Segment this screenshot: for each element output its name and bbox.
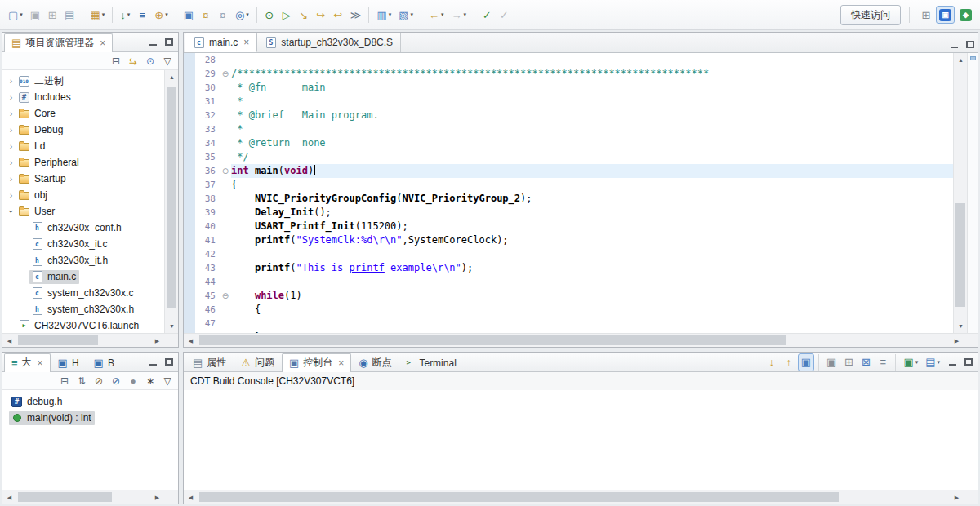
code-text[interactable]: NVIC_PriorityGroupConfig(NVIC_PriorityGr… bbox=[231, 192, 953, 206]
code-text[interactable] bbox=[231, 247, 953, 261]
editor-vertical-scrollbar[interactable]: ▲ ▼ bbox=[953, 53, 967, 333]
toolbar-save-all-button[interactable]: ⊞ bbox=[44, 6, 60, 24]
code-text[interactable]: printf("SystemClk:%d\r\n",SystemCoreCloc… bbox=[231, 233, 953, 247]
scroll-thumb[interactable] bbox=[18, 335, 98, 345]
code-text[interactable]: * bbox=[231, 122, 953, 136]
scroll-down-icon[interactable]: ▼ bbox=[165, 319, 179, 333]
scroll-right-icon[interactable]: ▶ bbox=[150, 334, 164, 348]
outline-tab-H[interactable]: ▣H bbox=[51, 353, 87, 372]
console-tab-问题[interactable]: ⚠问题 bbox=[234, 353, 282, 372]
outline-hide-static-members-button[interactable]: ⊘ bbox=[108, 373, 124, 388]
scroll-up-icon[interactable]: ▲ bbox=[165, 70, 179, 84]
scroll-thumb[interactable] bbox=[956, 203, 965, 307]
fold-collapse-icon[interactable]: ⊖ bbox=[220, 67, 231, 81]
console-tab-Terminal[interactable]: >_Terminal bbox=[399, 353, 464, 372]
editor-tab-startup_ch32v30x_D8C.S[interactable]: Sstartup_ch32v30x_D8C.S bbox=[257, 33, 401, 52]
toolbar-debug-button[interactable]: ⊙ bbox=[261, 6, 278, 24]
outline-horizontal-scrollbar[interactable]: ◀ ▶ bbox=[2, 490, 164, 504]
toolbar-sram-info-button[interactable]: ¤ bbox=[198, 6, 214, 24]
console-show-next-match-button[interactable]: ↓ bbox=[764, 353, 780, 371]
tab-project-explorer[interactable]: ▤ 项目资源管理器 × bbox=[4, 33, 113, 52]
toolbar-flash-program-button[interactable]: ⊕▾ bbox=[151, 6, 171, 24]
toolbar-last-edit-location-button[interactable]: ✓ bbox=[479, 6, 495, 24]
fold-collapse-icon[interactable]: ⊖ bbox=[220, 164, 231, 178]
outline-item[interactable]: main(void) : int bbox=[2, 410, 178, 426]
tree-collapsed-arrow-icon[interactable]: › bbox=[6, 158, 16, 167]
code-text[interactable]: * bbox=[231, 95, 953, 109]
tree-collapsed-arrow-icon[interactable]: › bbox=[6, 125, 16, 135]
tree-item[interactable]: hch32v30x_conf.h bbox=[2, 220, 164, 236]
tree-item[interactable]: csystem_ch32v30x.c bbox=[2, 285, 164, 301]
toolbar-build-all-button[interactable]: ≡ bbox=[134, 6, 150, 24]
scroll-down-icon[interactable]: ▼ bbox=[954, 319, 968, 333]
quick-access-button[interactable]: 快速访问 bbox=[840, 5, 901, 25]
tree-item[interactable]: hsystem_ch32v30x.h bbox=[2, 301, 164, 317]
scroll-left-icon[interactable]: ◀ bbox=[2, 334, 16, 348]
scroll-left-icon[interactable]: ◀ bbox=[184, 334, 198, 348]
console-remove-console-button[interactable]: ▣ bbox=[823, 353, 840, 371]
code-text[interactable] bbox=[231, 317, 953, 331]
toolbar-step-return-button[interactable]: ↩ bbox=[330, 6, 346, 24]
toolbar-target-config-button[interactable]: ◎▾ bbox=[232, 6, 252, 24]
toolbar-run-button[interactable]: ▷ bbox=[278, 6, 295, 24]
tree-item[interactable]: ›User bbox=[2, 203, 164, 220]
code-text[interactable]: printf("This is printf example\r\n"); bbox=[231, 261, 953, 275]
scroll-thumb[interactable] bbox=[18, 492, 112, 502]
console-remove-all-consoles-button[interactable]: ⊞ bbox=[840, 353, 857, 371]
console-scroll-lock-button[interactable]: ≡ bbox=[875, 353, 891, 371]
scroll-track[interactable] bbox=[16, 490, 150, 504]
code-text[interactable]: * @brief Main program. bbox=[231, 109, 953, 122]
tree-collapsed-arrow-icon[interactable]: › bbox=[6, 76, 16, 86]
mounriver-perspective-button[interactable]: ▣ bbox=[936, 6, 955, 24]
explorer-focus-on-active-task-button[interactable]: ⊙ bbox=[142, 53, 158, 69]
tree-expanded-arrow-icon[interactable]: › bbox=[7, 206, 16, 217]
tree-item[interactable]: ›obj bbox=[2, 187, 164, 203]
code-text[interactable]: * @return none bbox=[231, 136, 953, 150]
outline-tab-大[interactable]: ≡大× bbox=[4, 353, 51, 372]
code-text[interactable]: Delay_Init(); bbox=[231, 206, 953, 220]
code-text[interactable]: int main(void) bbox=[231, 164, 953, 178]
scroll-thumb[interactable] bbox=[199, 492, 839, 502]
toolbar-instruction-stepping-button[interactable]: ≫ bbox=[347, 6, 365, 24]
maximize-button[interactable] bbox=[161, 354, 176, 370]
scroll-right-icon[interactable]: ▶ bbox=[150, 490, 164, 504]
toolbar-save-button[interactable]: ▣ bbox=[27, 6, 43, 24]
outline-tab-B[interactable]: ▣B bbox=[87, 353, 122, 372]
toolbar-print-button[interactable]: ▤ bbox=[61, 6, 78, 24]
tree-item[interactable]: ›Peripheral bbox=[2, 154, 164, 171]
console-pin-console-button[interactable]: ▣ bbox=[798, 353, 814, 371]
close-tab-icon[interactable]: × bbox=[38, 357, 43, 369]
scroll-left-icon[interactable]: ◀ bbox=[2, 490, 16, 504]
code-text[interactable]: { bbox=[231, 178, 953, 192]
explorer-vertical-scrollbar[interactable]: ▲ ▼ bbox=[164, 70, 178, 333]
outline-collapse-all-button[interactable]: ⊟ bbox=[56, 373, 73, 388]
code-text[interactable]: USART_Printf_Init(115200); bbox=[231, 220, 953, 233]
scroll-thumb[interactable] bbox=[167, 87, 176, 308]
tree-collapsed-arrow-icon[interactable]: › bbox=[6, 190, 16, 200]
code-text[interactable] bbox=[231, 53, 953, 67]
maximize-button[interactable] bbox=[962, 37, 978, 52]
outline-filters-button[interactable]: ∗ bbox=[142, 373, 158, 388]
scroll-track[interactable] bbox=[165, 84, 178, 319]
editor-tab-main.c[interactable]: cmain.c× bbox=[185, 33, 257, 52]
code-text[interactable]: * @fn main bbox=[231, 81, 953, 95]
tree-item[interactable]: ›Ld bbox=[2, 138, 164, 154]
scroll-up-icon[interactable]: ▲ bbox=[954, 53, 968, 67]
explorer-collapse-all-button[interactable]: ⊟ bbox=[108, 53, 124, 69]
scroll-track[interactable] bbox=[16, 334, 150, 347]
console-tab-属性[interactable]: ▤属性 bbox=[185, 353, 234, 372]
minimize-button[interactable] bbox=[145, 34, 161, 50]
console-tab-控制台[interactable]: ▣控制台× bbox=[282, 353, 351, 372]
fold-collapse-icon[interactable]: ⊖ bbox=[220, 289, 231, 303]
outline-hide-non-public-members-button[interactable]: ● bbox=[125, 373, 141, 388]
toolbar-step-over-button[interactable]: ↪ bbox=[313, 6, 329, 24]
console-tab-断点[interactable]: ◉断点 bbox=[351, 353, 399, 372]
minimize-button[interactable] bbox=[145, 354, 161, 370]
outline-sort-button[interactable]: ⇅ bbox=[74, 373, 90, 388]
tree-item[interactable]: ›#Includes bbox=[2, 89, 164, 105]
outline-hide-fields-button[interactable]: ⊘ bbox=[91, 373, 107, 388]
toolbar-new-project-button[interactable]: ▦▾ bbox=[87, 6, 108, 24]
tree-item[interactable]: hch32v30x_it.h bbox=[2, 252, 164, 269]
code-text[interactable]: */ bbox=[231, 150, 953, 164]
scroll-thumb[interactable] bbox=[199, 335, 786, 345]
